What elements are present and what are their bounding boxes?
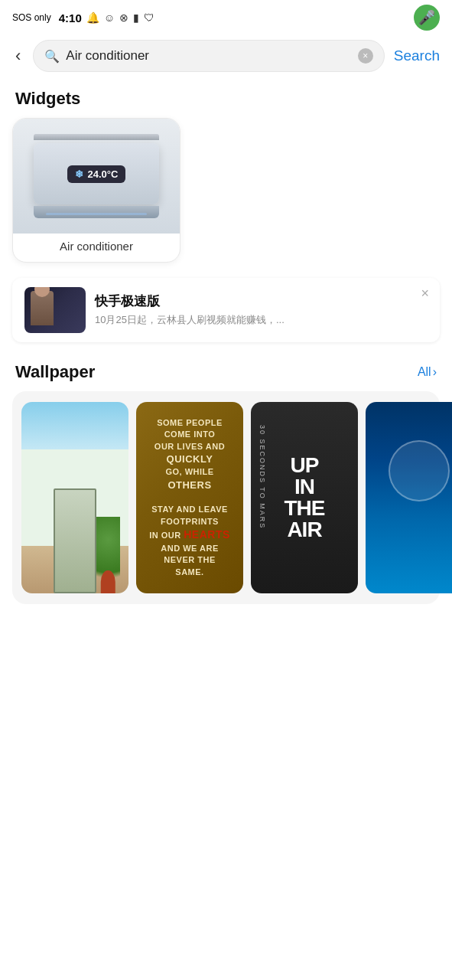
wallpaper-item-3[interactable]: 30 SECONDS TO MARS UP IN THE AIR [251,402,358,593]
wp3-subtext: 30 SECONDS TO MARS [259,425,266,529]
ac-snowflake-icon: ❄ [75,168,83,180]
mic-button[interactable]: 🎤 [414,5,440,31]
wp3-bg: 30 SECONDS TO MARS UP IN THE AIR [251,402,358,593]
wallpaper-item-4[interactable] [366,402,452,593]
ad-subtitle: 10月25日起，云林县人刷视频就能赚钱，... [95,313,428,327]
shield-icon: 🛡 [144,11,154,24]
clear-button[interactable]: × [358,48,373,64]
back-button[interactable]: ‹ [12,43,24,69]
status-left: SOS only 4:10 🔔 ☺ ⊗ ▮ 🛡 [12,11,154,24]
ad-close-button[interactable]: × [421,286,429,302]
widget-label: Air conditioner [57,234,136,256]
status-right: 🎤 [414,5,440,31]
wallpaper-scroll[interactable]: SOME PEOPLECOME INTOOUR LIVES AND QUICKL… [0,391,452,619]
wallpaper-inner: SOME PEOPLECOME INTOOUR LIVES AND QUICKL… [12,391,440,604]
wallpaper-header: Wallpaper All › [0,354,452,391]
wallpaper-section: Wallpaper All › SOME PEOPLECOME INTOOUR … [0,354,452,619]
search-icon: 🔍 [44,49,60,64]
status-bar: SOS only 4:10 🔔 ☺ ⊗ ▮ 🛡 🎤 [0,0,452,34]
wp1-plant [96,517,120,593]
x-circle-icon: ⊗ [119,11,128,24]
search-input[interactable] [66,48,351,64]
ac-body: ❄ 24.0°C [34,143,160,204]
ad-thumbnail [24,287,86,333]
widgets-section-title: Widgets [0,81,452,118]
bell-icon: 🔔 [86,11,99,24]
wp2-bg: SOME PEOPLECOME INTOOUR LIVES AND QUICKL… [136,402,243,593]
widgets-section: Widgets ❄ 24.0°C Air conditioner [0,81,452,275]
air-conditioner-widget[interactable]: ❄ 24.0°C Air conditioner [12,118,180,263]
battery-icon: ▮ [133,11,139,24]
ad-thumb-inner [24,287,86,333]
search-input-wrap: 🔍 × [33,40,384,72]
wp2-text: SOME PEOPLECOME INTOOUR LIVES AND QUICKL… [149,417,230,578]
wallpaper-item-1[interactable] [21,402,128,593]
sos-label: SOS only [12,12,51,23]
ad-info: 快手极速版 10月25日起，云林县人刷视频就能赚钱，... [95,292,428,327]
ad-banner[interactable]: 快手极速版 10月25日起，云林县人刷视频就能赚钱，... × [12,278,440,342]
ac-top-bar [34,134,160,140]
ad-figure [31,291,54,325]
status-time: 4:10 [59,11,82,24]
ac-display: ❄ 24.0°C [67,165,126,183]
message-icon: ☺ [104,11,115,24]
wallpaper-section-title: Wallpaper [15,362,95,382]
widget-list: ❄ 24.0°C Air conditioner [0,118,452,275]
wallpaper-all-button[interactable]: All › [418,365,437,379]
search-button[interactable]: Search [394,47,440,64]
wp4-circle [389,440,450,501]
chevron-right-icon: › [433,365,437,379]
wp4-bg [366,402,452,593]
wp3-main-text: UP IN THE AIR [285,455,325,541]
ad-title: 快手极速版 [95,292,428,310]
search-bar-row: ‹ 🔍 × Search [0,34,452,81]
ac-temperature: 24.0°C [88,168,119,180]
wp1-door [54,488,96,594]
ac-widget-image: ❄ 24.0°C [13,119,180,234]
wp1-bg [21,402,128,593]
wallpaper-item-2[interactable]: SOME PEOPLECOME INTOOUR LIVES AND QUICKL… [136,402,243,593]
ac-bottom-vents [34,206,160,218]
